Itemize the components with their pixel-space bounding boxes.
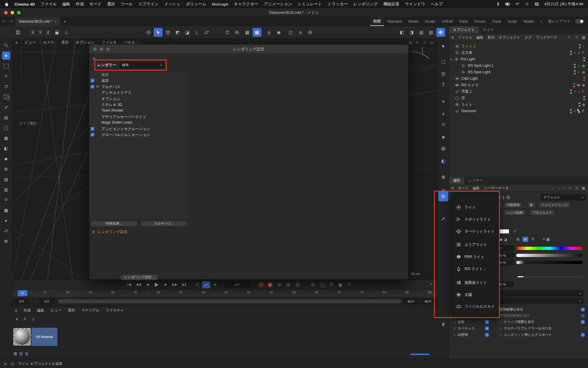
menu-render[interactable]: レンダリング <box>353 1 378 7</box>
viewport-menu-camera[interactable]: カメラ <box>43 40 54 45</box>
snap-grid-icon[interactable]: ▦ <box>253 28 261 37</box>
layout-tab-startup[interactable]: 初期 <box>370 17 384 26</box>
grid-icon[interactable]: ▦ <box>243 28 252 37</box>
am-lock-icon[interactable] <box>575 186 579 190</box>
section-tab-visible-light[interactable]: 可視照明 <box>504 202 522 208</box>
option-checkbox[interactable] <box>581 320 585 324</box>
object-row[interactable]: ▾ RS-Light <box>449 56 588 62</box>
visibility-dots[interactable] <box>570 89 572 94</box>
keyframe-diamond-icon[interactable]: ◇ <box>454 327 456 330</box>
tool-knife[interactable]: ▨ <box>2 175 10 183</box>
settings-item[interactable]: ⊞マルチパス <box>89 84 189 90</box>
record-position-icon[interactable] <box>309 281 317 288</box>
multipass-button[interactable]: マルチパス... <box>140 221 188 227</box>
settings-item[interactable]: 保存 <box>89 78 189 84</box>
wifi-icon[interactable] <box>515 2 520 6</box>
item-checkbox[interactable] <box>91 127 94 131</box>
render-preset-row[interactable]: レンダリング設定 <box>91 229 128 234</box>
render-region-button[interactable]: A <box>296 28 305 37</box>
viewport-rotate-icon[interactable] <box>422 41 427 45</box>
settings-item[interactable]: マテリアルオーバーライド <box>89 114 189 120</box>
visibility-dots[interactable] <box>570 109 572 113</box>
next-key-button[interactable] <box>171 281 179 288</box>
layout-tab-sculpt[interactable]: Sculpt <box>422 17 438 26</box>
snap-mode-icon[interactable]: ◎ <box>265 28 273 37</box>
section-tab-project[interactable]: プロジェクト <box>530 210 555 216</box>
autokey-button[interactable]: A <box>266 281 274 288</box>
tool-live-selection[interactable] <box>2 52 10 60</box>
visibility-dots[interactable] <box>570 51 572 55</box>
noise-dropdown[interactable]: ▾ <box>496 290 583 296</box>
visibility-dots[interactable] <box>583 77 585 81</box>
settings-item[interactable]: Team Render <box>89 108 189 114</box>
tab-objects[interactable]: オブジェクト <box>449 26 479 34</box>
record-rotation-icon[interactable] <box>327 281 335 288</box>
strip-tree-icon[interactable]: ▲ <box>438 108 448 118</box>
settings-item[interactable]: グローバルイルミネーション <box>89 132 189 138</box>
layout-toggle[interactable] <box>575 19 584 24</box>
tab-layers[interactable]: レイヤー <box>464 177 487 184</box>
enabled-check-icon[interactable]: ✓ <box>574 90 576 94</box>
dialog-titlebar[interactable]: レンダリング設定 <box>89 44 408 54</box>
item-checkbox[interactable] <box>91 133 94 137</box>
om-menu-file[interactable]: ファイル <box>458 35 472 40</box>
add-material-icon[interactable]: + <box>15 316 18 322</box>
item-checkbox[interactable] <box>91 115 94 119</box>
phong-tag-icon[interactable]: ● <box>578 51 580 54</box>
layout-tab-model[interactable]: Model <box>405 17 422 26</box>
om-menu-bookmark[interactable]: ブックマーク <box>536 35 557 40</box>
menu-simulate[interactable]: シミュレート <box>298 1 322 7</box>
mm-scrollbar[interactable] <box>410 354 429 355</box>
mm-hamburger-icon[interactable]: ≡ <box>15 308 17 313</box>
tool-scale[interactable] <box>2 93 10 101</box>
mm-view-compact-icon[interactable]: ▥ <box>25 351 29 356</box>
redo-icon[interactable]: ↷ <box>8 19 15 24</box>
strip-square-icon[interactable]: ▢ <box>438 57 448 67</box>
mm-menu-view[interactable]: ビュー <box>51 308 61 313</box>
expand-icon[interactable]: ⊞ <box>96 84 99 88</box>
dialog-minimize-button[interactable] <box>100 47 103 51</box>
settings-item[interactable]: ステレオ 3D <box>89 102 189 108</box>
visibility-dots[interactable] <box>583 57 585 62</box>
section-tab-lens[interactable]: レンズ効果 <box>504 210 526 216</box>
mm-menu-material[interactable]: マテリアル <box>81 308 99 313</box>
keyframe-diamond-icon[interactable]: ◇ <box>500 333 502 336</box>
coordinate-system-icon[interactable] <box>62 28 71 37</box>
menu-extensions[interactable]: 機能拡張 <box>383 1 399 7</box>
keyframe-diamond-icon[interactable]: ◇ <box>454 320 456 324</box>
timeline-ruler[interactable]: 0 5 10 15 20 25 30 35 40 45 50 55 60 65 … <box>12 290 437 297</box>
mm-view-icons-icon[interactable]: ▦ <box>14 351 17 356</box>
axis-y-lock-button[interactable]: Y <box>37 29 44 36</box>
lock-icon[interactable] <box>52 28 61 37</box>
load-material-icon[interactable]: ↗ <box>23 317 26 321</box>
target-tag-icon[interactable]: ⊕ <box>582 70 585 74</box>
color-square-icon[interactable]: ◼ <box>500 238 502 241</box>
mm-view-list-icon[interactable]: ▤ <box>19 351 23 356</box>
option-checkbox[interactable] <box>485 326 489 330</box>
play-button[interactable] <box>153 281 161 288</box>
viewport-menu-view[interactable]: ビュー <box>25 40 36 45</box>
value-slider[interactable] <box>516 261 583 264</box>
settings-item[interactable]: アンビエントオクルージョン <box>89 126 189 132</box>
dialog-close-button[interactable] <box>93 47 97 51</box>
tool-rotate[interactable] <box>2 82 10 91</box>
layout-tab-groom[interactable]: Groom <box>471 17 489 26</box>
preset-dropdown[interactable]: デフォルト▾ <box>541 194 586 200</box>
keyframe-selection-icon[interactable] <box>293 281 301 288</box>
model-mode-icon[interactable] <box>163 28 172 37</box>
am-back-icon[interactable]: ← <box>551 186 555 190</box>
tool-grid[interactable]: ⊠ <box>2 237 10 245</box>
strip-cursor-icon[interactable] <box>438 41 448 51</box>
render-settings-preset-button[interactable]: レンダリング設定... <box>120 274 159 280</box>
strip-cube-icon[interactable] <box>438 69 448 79</box>
next-frame-button[interactable] <box>162 281 170 288</box>
menu-file[interactable]: ファイル <box>41 1 57 7</box>
strip-text-icon[interactable]: T <box>438 80 448 90</box>
tool-paint[interactable]: ▩ <box>2 206 10 214</box>
range-end-field[interactable]: 90 F <box>420 299 436 304</box>
tool-magnet[interactable] <box>2 196 10 204</box>
option-checkbox[interactable] <box>581 314 585 318</box>
om-filter-icon[interactable] <box>574 35 579 39</box>
option-checkbox[interactable] <box>581 308 585 311</box>
object-mode-icon[interactable]: ◩ <box>173 28 182 37</box>
